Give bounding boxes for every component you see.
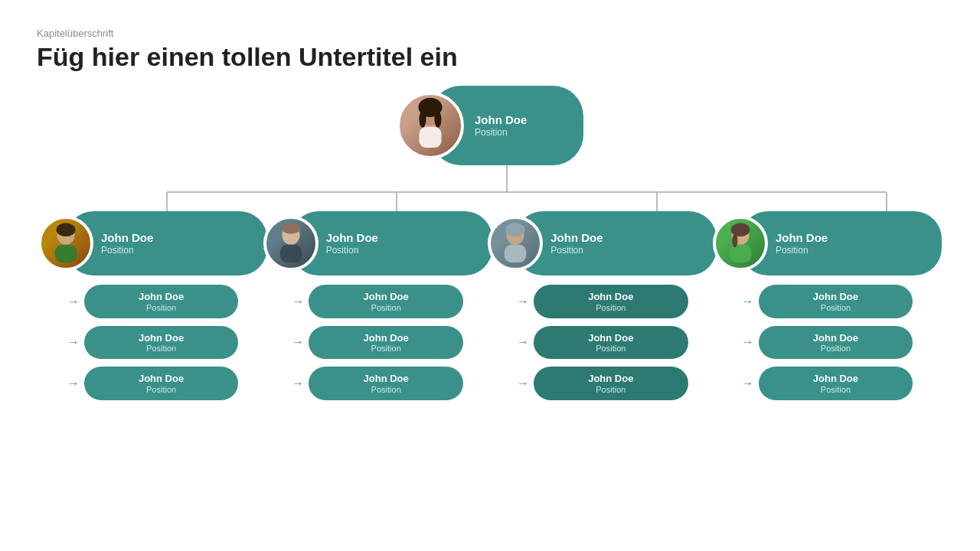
sub-name: John Doe xyxy=(96,291,227,303)
arrow-icon: → xyxy=(292,295,304,308)
person-icon xyxy=(41,219,90,268)
tree-lines-svg xyxy=(37,165,943,211)
sub-position: Position xyxy=(321,344,451,353)
branch-4-card: John Doe Position xyxy=(740,211,942,276)
svg-point-23 xyxy=(730,223,750,236)
branch-2-name: John Doe xyxy=(326,231,378,245)
branch-4-name: John Doe xyxy=(776,231,828,245)
list-item: → John Doe Position xyxy=(517,367,688,400)
sub-name: John Doe xyxy=(771,291,901,303)
sub-position: Position xyxy=(96,385,227,394)
arrow-icon: → xyxy=(742,295,754,308)
sub-card: John Doe Position xyxy=(759,326,913,360)
sub-name: John Doe xyxy=(96,332,227,344)
sub-name: John Doe xyxy=(321,291,451,303)
sub-position: Position xyxy=(771,303,901,312)
top-node-card: John Doe Position xyxy=(430,86,583,165)
branch-4-sub-items: → John Doe Position → John Doe Position xyxy=(742,285,913,400)
branch-3-position: Position xyxy=(550,245,603,256)
branch-4-position: Position xyxy=(776,245,828,256)
arrow-icon: → xyxy=(742,335,754,349)
sub-position: Position xyxy=(546,385,676,394)
sub-card: John Doe Position xyxy=(534,326,688,360)
sub-name: John Doe xyxy=(546,332,676,344)
list-item: → John Doe Position xyxy=(67,326,239,360)
branch-1-card: John Doe Position xyxy=(66,211,267,276)
list-item: → John Doe Position xyxy=(742,326,913,360)
top-level: John Doe Position xyxy=(430,86,583,165)
sub-name: John Doe xyxy=(546,373,676,385)
branch-2-card: John Doe Position xyxy=(291,211,492,276)
org-chart: John Doe Position xyxy=(37,86,943,533)
arrow-icon: → xyxy=(292,377,304,390)
branch-3-sub-items: → John Doe Position → John Doe Position xyxy=(517,285,688,400)
branch-1-avatar-wrap xyxy=(38,216,93,271)
sub-position: Position xyxy=(321,385,451,394)
top-node-position: Position xyxy=(475,127,527,138)
branch-3-avatar-wrap xyxy=(488,216,543,271)
connector-area xyxy=(37,165,943,211)
svg-rect-13 xyxy=(55,245,77,262)
branch-2: John Doe Position → John Doe Position → xyxy=(277,211,479,400)
sub-card: John Doe Position xyxy=(84,285,239,318)
arrow-icon: → xyxy=(517,295,529,308)
sub-card: John Doe Position xyxy=(759,285,913,318)
branch-2-avatar-wrap xyxy=(263,216,318,271)
svg-point-20 xyxy=(506,223,525,236)
sub-card: John Doe Position xyxy=(759,367,913,400)
sub-position: Position xyxy=(96,303,227,312)
list-item: → John Doe Position xyxy=(517,326,688,360)
svg-point-17 xyxy=(281,223,300,233)
avatar xyxy=(488,216,543,271)
sub-card: John Doe Position xyxy=(534,285,688,318)
svg-point-4 xyxy=(419,111,426,128)
list-item: → John Doe Position xyxy=(742,367,913,400)
list-item: → John Doe Position xyxy=(292,285,463,318)
sub-position: Position xyxy=(771,344,901,353)
branch-1-sub-items: → John Doe Position → John Doe Position xyxy=(67,285,239,400)
svg-rect-22 xyxy=(730,245,751,262)
arrow-icon: → xyxy=(67,295,80,308)
svg-rect-19 xyxy=(505,245,526,262)
svg-rect-2 xyxy=(419,127,441,148)
branch-2-sub-items: → John Doe Position → John Doe Position xyxy=(292,285,463,400)
sub-position: Position xyxy=(321,303,451,312)
branch-3-card: John Doe Position xyxy=(515,211,717,276)
list-item: → John Doe Position xyxy=(742,285,913,318)
branch-1-position: Position xyxy=(101,245,153,256)
sub-card: John Doe Position xyxy=(309,285,463,318)
sub-card: John Doe Position xyxy=(84,367,239,400)
sub-position: Position xyxy=(546,344,676,353)
branch-4-text: John Doe Position xyxy=(776,231,828,256)
page: Kapitelüberschrift Füg hier einen tollen… xyxy=(0,0,980,551)
list-item: → John Doe Position xyxy=(517,285,688,318)
arrow-icon: → xyxy=(67,377,80,390)
list-item: → John Doe Position xyxy=(67,285,239,318)
avatar xyxy=(263,216,318,271)
svg-point-5 xyxy=(434,111,441,128)
person-icon xyxy=(400,95,461,156)
avatar xyxy=(713,216,768,271)
sub-name: John Doe xyxy=(546,291,676,303)
sub-card: John Doe Position xyxy=(309,326,463,360)
branch-3-name: John Doe xyxy=(550,231,603,245)
top-node-text: John Doe Position xyxy=(475,113,527,138)
branch-1-text: John Doe Position xyxy=(101,231,153,256)
branch-1: John Doe Position → John Doe Position → xyxy=(52,211,253,400)
list-item: → John Doe Position xyxy=(292,326,463,360)
sub-position: Position xyxy=(96,344,227,353)
person-icon xyxy=(266,219,315,268)
svg-rect-16 xyxy=(279,245,301,262)
sub-card: John Doe Position xyxy=(309,367,463,400)
arrow-icon: → xyxy=(742,377,754,390)
sub-name: John Doe xyxy=(96,373,227,385)
sub-name: John Doe xyxy=(771,373,901,385)
branch-2-text: John Doe Position xyxy=(326,231,378,256)
top-avatar-wrap xyxy=(397,92,464,159)
avatar xyxy=(38,216,93,271)
branch-4-avatar-wrap xyxy=(713,216,768,271)
branch-3: John Doe Position → John Doe Position → xyxy=(501,211,703,400)
sub-name: John Doe xyxy=(321,373,451,385)
branch-3-text: John Doe Position xyxy=(550,231,603,256)
chapter-label: Kapitelüberschrift xyxy=(37,28,943,39)
